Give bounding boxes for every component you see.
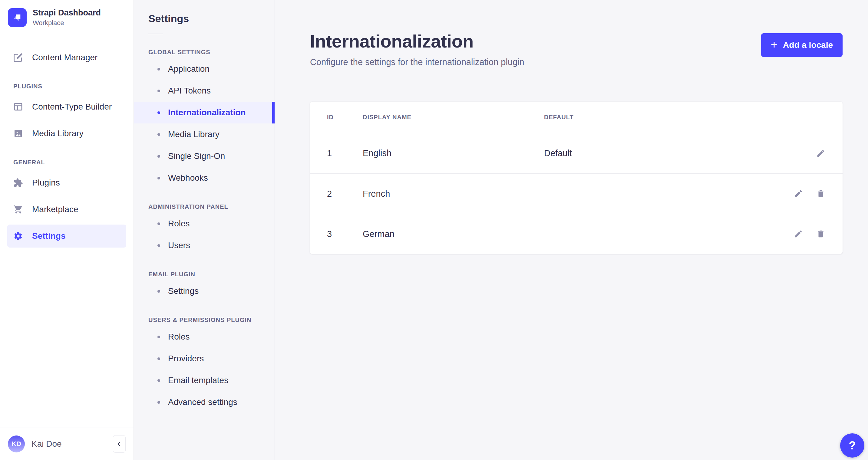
sidebar-item-label: Content-Type Builder	[32, 102, 112, 112]
subnav-item-email-settings[interactable]: Settings	[134, 280, 275, 302]
subnav-item-label: Advanced settings	[168, 397, 237, 407]
subnav-item-label: Settings	[168, 286, 198, 296]
bullet-dot-icon	[157, 336, 160, 338]
strapi-logo-icon	[8, 8, 27, 27]
sidebar-item-content-manager[interactable]: Content Manager	[7, 46, 126, 69]
bullet-dot-icon	[157, 379, 160, 382]
subnav-item-api-tokens[interactable]: API Tokens	[134, 80, 275, 102]
subnav-section-title: USERS & PERMISSIONS PLUGIN	[134, 317, 275, 324]
sidebar-item-label: Plugins	[32, 178, 60, 188]
main-sidebar: Strapi Dashboard Workplace Content Manag…	[0, 0, 134, 460]
sidebar-item-content-type-builder[interactable]: Content-Type Builder	[7, 95, 126, 118]
delete-trash-icon[interactable]	[816, 189, 826, 199]
page-subtitle: Configure the settings for the internati…	[310, 57, 524, 67]
cell-id: 2	[327, 189, 363, 199]
column-header-display-name: DISPLAY NAME	[363, 114, 544, 121]
sidebar-item-label: Marketplace	[32, 205, 79, 214]
bullet-dot-icon	[157, 357, 160, 360]
subnav-item-label: Email templates	[168, 375, 228, 385]
chevron-left-icon	[116, 440, 123, 448]
locales-table-card: ID DISPLAY NAME DEFAULT 1 English Defaul…	[310, 102, 843, 254]
subnav-item-label: API Tokens	[168, 86, 211, 96]
page-header: Internationalization Configure the setti…	[310, 0, 843, 67]
table-row-german: 3 German	[310, 213, 843, 254]
avatar[interactable]: KD	[8, 435, 25, 453]
sidebar-item-label: Media Library	[32, 129, 84, 138]
subnav-item-internationalization[interactable]: Internationalization	[134, 102, 275, 124]
sidebar-item-media-library[interactable]: Media Library	[7, 122, 126, 145]
subnav-item-label: Internationalization	[168, 108, 246, 118]
edit-pencil-icon[interactable]	[816, 149, 826, 158]
table-row-english: 1 English Default	[310, 133, 843, 173]
bullet-dot-icon	[157, 223, 160, 225]
help-button[interactable]: ?	[840, 433, 864, 458]
workspace-header[interactable]: Strapi Dashboard Workplace	[0, 0, 133, 35]
brand-subtitle: Workplace	[33, 19, 101, 27]
bullet-dot-icon	[157, 111, 160, 114]
subnav-item-roles[interactable]: Roles	[134, 213, 275, 234]
subnav-item-application[interactable]: Application	[134, 58, 275, 80]
user-area: KD Kai Doe	[0, 428, 133, 460]
row-actions	[750, 149, 826, 158]
sidebar-item-settings[interactable]: Settings	[7, 225, 126, 248]
subnav-item-label: Webhooks	[168, 173, 208, 183]
subnav-item-advanced-settings[interactable]: Advanced settings	[134, 391, 275, 413]
subnav-item-media-library[interactable]: Media Library	[134, 124, 275, 145]
subnav-item-label: Roles	[168, 332, 190, 342]
bullet-dot-icon	[157, 290, 160, 293]
subnav-item-users[interactable]: Users	[134, 234, 275, 256]
subnav-item-label: Users	[168, 240, 190, 250]
cell-display-name: French	[363, 189, 544, 199]
bullet-dot-icon	[157, 244, 160, 247]
table-row-french: 2 French	[310, 173, 843, 213]
bullet-dot-icon	[157, 133, 160, 136]
subnav-item-label: Media Library	[168, 130, 219, 139]
cell-display-name: English	[363, 148, 544, 158]
edit-pencil-icon[interactable]	[794, 229, 803, 239]
subnav-item-up-roles[interactable]: Roles	[134, 326, 275, 348]
add-locale-label: Add a locale	[783, 40, 833, 50]
title-divider	[148, 34, 163, 34]
bullet-dot-icon	[157, 155, 160, 158]
page-title: Internationalization	[310, 31, 524, 52]
question-mark-icon: ?	[848, 439, 856, 452]
bullet-dot-icon	[157, 68, 160, 70]
collapse-sidebar-button[interactable]	[113, 435, 126, 453]
sidebar-item-label: Content Manager	[32, 53, 97, 62]
subnav-section-title: GLOBAL SETTINGS	[134, 49, 275, 56]
main-content: Internationalization Configure the setti…	[275, 0, 868, 460]
cell-id: 3	[327, 229, 363, 239]
edit-pencil-icon[interactable]	[794, 189, 803, 199]
subnav-item-webhooks[interactable]: Webhooks	[134, 167, 275, 189]
subnav-item-email-templates[interactable]: Email templates	[134, 369, 275, 391]
sidebar-item-plugins[interactable]: Plugins	[7, 171, 126, 194]
content-manager-icon	[13, 53, 23, 62]
column-header-id: ID	[327, 114, 363, 121]
table-header: ID DISPLAY NAME DEFAULT	[310, 102, 843, 133]
subnav-item-label: Single Sign-On	[168, 151, 225, 161]
subnav-section-users-permissions-plugin: USERS & PERMISSIONS PLUGIN Roles Provide…	[134, 317, 275, 413]
subnav-section-title: ADMINISTRATION PANEL	[134, 203, 275, 210]
subnav-item-label: Application	[168, 64, 210, 74]
bullet-dot-icon	[157, 177, 160, 179]
subnav-item-providers[interactable]: Providers	[134, 348, 275, 369]
subnav-section-title: EMAIL PLUGIN	[134, 271, 275, 278]
media-library-icon	[13, 129, 23, 138]
settings-subnav: Settings GLOBAL SETTINGS Application API…	[134, 0, 275, 460]
add-locale-button[interactable]: + Add a locale	[761, 33, 843, 57]
subnav-section-administration-panel: ADMINISTRATION PANEL Roles Users	[134, 203, 275, 256]
sidebar-item-marketplace[interactable]: Marketplace	[7, 198, 126, 221]
subnav-item-single-sign-on[interactable]: Single Sign-On	[134, 145, 275, 167]
nav-section-general: GENERAL	[7, 159, 126, 166]
main-nav: Content Manager PLUGINS Content-Type Bui…	[0, 35, 133, 428]
row-actions	[750, 189, 826, 199]
brand-title: Strapi Dashboard	[33, 8, 101, 18]
user-name: Kai Doe	[31, 439, 106, 449]
cell-id: 1	[327, 148, 363, 158]
marketplace-icon	[13, 205, 23, 214]
subnav-section-email-plugin: EMAIL PLUGIN Settings	[134, 271, 275, 302]
app-root: Strapi Dashboard Workplace Content Manag…	[0, 0, 868, 460]
delete-trash-icon[interactable]	[816, 229, 826, 239]
cell-default: Default	[544, 148, 750, 158]
settings-subnav-title: Settings	[134, 13, 275, 25]
